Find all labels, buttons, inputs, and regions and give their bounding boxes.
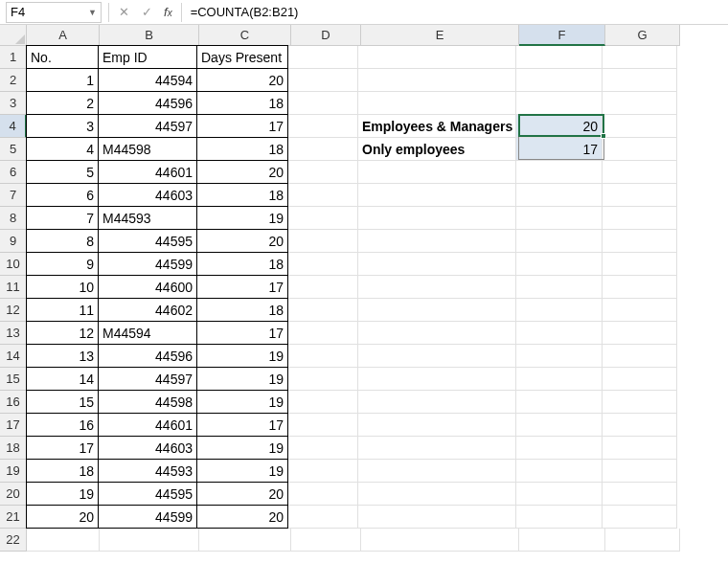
- cell-C7[interactable]: 18: [196, 183, 288, 207]
- cancel-formula-icon[interactable]: ✕: [112, 2, 135, 23]
- cell-F11[interactable]: [516, 276, 603, 299]
- cell-F21[interactable]: [516, 506, 603, 529]
- cell-G9[interactable]: [603, 230, 677, 253]
- row-header-6[interactable]: 6: [0, 161, 27, 184]
- cell-D17[interactable]: [288, 414, 358, 437]
- cell-D12[interactable]: [288, 299, 358, 322]
- cell-A19[interactable]: 18: [26, 459, 99, 483]
- cell-B18[interactable]: 44603: [98, 436, 197, 460]
- cell-D4[interactable]: [288, 115, 358, 138]
- cell-B21[interactable]: 44599: [98, 505, 197, 529]
- cell-F5[interactable]: 17: [516, 138, 603, 161]
- cell-E12[interactable]: [358, 299, 516, 322]
- cell-E7[interactable]: [358, 184, 516, 207]
- cell-D11[interactable]: [288, 276, 358, 299]
- cell-D20[interactable]: [288, 483, 358, 506]
- col-header-D[interactable]: D: [291, 25, 361, 46]
- cell-A20[interactable]: 19: [26, 482, 99, 506]
- cell-A10[interactable]: 9: [26, 252, 99, 276]
- cell-A13[interactable]: 12: [26, 321, 99, 345]
- row-header-10[interactable]: 10: [0, 253, 27, 276]
- cell-C11[interactable]: 17: [196, 275, 288, 299]
- row-header-13[interactable]: 13: [0, 322, 27, 345]
- cell-G11[interactable]: [603, 276, 677, 299]
- cell-C5[interactable]: 18: [196, 137, 288, 161]
- cell-E13[interactable]: [358, 322, 516, 345]
- cell-C2[interactable]: 20: [196, 68, 288, 92]
- cell-C13[interactable]: 17: [196, 321, 288, 345]
- cell-G4[interactable]: [603, 115, 677, 138]
- cell-B3[interactable]: 44596: [98, 91, 197, 115]
- cell-B13[interactable]: M44594: [98, 321, 197, 345]
- cell-A18[interactable]: 17: [26, 436, 99, 460]
- row-header-5[interactable]: 5: [0, 138, 27, 161]
- cell-D3[interactable]: [288, 92, 358, 115]
- cell-A6[interactable]: 5: [26, 160, 99, 184]
- cell-F15[interactable]: [516, 368, 603, 391]
- cell-G1[interactable]: [603, 46, 677, 69]
- cell-B7[interactable]: 44603: [98, 183, 197, 207]
- cell-G21[interactable]: [603, 506, 677, 529]
- cell-F12[interactable]: [516, 299, 603, 322]
- cell-F4[interactable]: 20: [516, 115, 603, 138]
- cell-G16[interactable]: [603, 391, 677, 414]
- cell-C21[interactable]: 20: [196, 505, 288, 529]
- cell-D6[interactable]: [288, 161, 358, 184]
- row-header-9[interactable]: 9: [0, 230, 27, 253]
- cell-C1[interactable]: Days Present: [196, 45, 288, 69]
- cell-C9[interactable]: 20: [196, 229, 288, 253]
- cell-D5[interactable]: [288, 138, 358, 161]
- row-header-3[interactable]: 3: [0, 92, 27, 115]
- cell-E16[interactable]: [358, 391, 516, 414]
- cell-A8[interactable]: 7: [26, 206, 99, 230]
- cell-B1[interactable]: Emp ID: [98, 45, 197, 69]
- cell-E21[interactable]: [358, 506, 516, 529]
- row-header-1[interactable]: 1: [0, 46, 27, 69]
- cell-C3[interactable]: 18: [196, 91, 288, 115]
- accept-formula-icon[interactable]: ✓: [135, 2, 158, 23]
- formula-input[interactable]: =COUNTA(B2:B21): [185, 5, 728, 19]
- cell-C17[interactable]: 17: [196, 413, 288, 437]
- cell-G18[interactable]: [603, 437, 677, 460]
- cell-E11[interactable]: [358, 276, 516, 299]
- cell-G17[interactable]: [603, 414, 677, 437]
- cell-G8[interactable]: [603, 207, 677, 230]
- cell-C10[interactable]: 18: [196, 252, 288, 276]
- cell-B2[interactable]: 44594: [98, 68, 197, 92]
- cell-F1[interactable]: [516, 46, 603, 69]
- row-header-17[interactable]: 17: [0, 414, 27, 437]
- cell-G19[interactable]: [603, 460, 677, 483]
- cell-E3[interactable]: [358, 92, 516, 115]
- cell-C4[interactable]: 17: [196, 114, 288, 138]
- cell-F17[interactable]: [516, 414, 603, 437]
- cell-C14[interactable]: 19: [196, 344, 288, 368]
- cell-C12[interactable]: 18: [196, 298, 288, 322]
- col-header-G[interactable]: G: [605, 25, 680, 46]
- cell-F6[interactable]: [516, 161, 603, 184]
- col-header-C[interactable]: C: [199, 25, 291, 46]
- row-header-8[interactable]: 8: [0, 207, 27, 230]
- cell-A1[interactable]: No.: [26, 45, 99, 69]
- cell-B9[interactable]: 44595: [98, 229, 197, 253]
- cell-B16[interactable]: 44598: [98, 390, 197, 414]
- cell-D18[interactable]: [288, 437, 358, 460]
- cell-C20[interactable]: 20: [196, 482, 288, 506]
- cell-G6[interactable]: [603, 161, 677, 184]
- cell-G10[interactable]: [603, 253, 677, 276]
- cell-D2[interactable]: [288, 69, 358, 92]
- cell-F9[interactable]: [516, 230, 603, 253]
- cell-C6[interactable]: 20: [196, 160, 288, 184]
- cell-F3[interactable]: [516, 92, 603, 115]
- cell-D21[interactable]: [288, 506, 358, 529]
- row-header-7[interactable]: 7: [0, 184, 27, 207]
- cell-C18[interactable]: 19: [196, 436, 288, 460]
- select-all-corner[interactable]: [0, 25, 27, 46]
- cell-B19[interactable]: 44593: [98, 459, 197, 483]
- row-header-18[interactable]: 18: [0, 437, 27, 460]
- cell-E6[interactable]: [358, 161, 516, 184]
- cell-A16[interactable]: 15: [26, 390, 99, 414]
- cell-A22[interactable]: [27, 529, 100, 552]
- cell-C16[interactable]: 19: [196, 390, 288, 414]
- cell-F8[interactable]: [516, 207, 603, 230]
- row-header-4[interactable]: 4: [0, 115, 27, 138]
